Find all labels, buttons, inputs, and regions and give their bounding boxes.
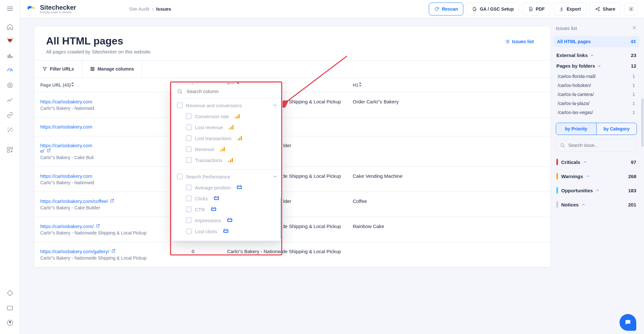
page-url-link[interactable]: e/	[40, 148, 44, 154]
ga-gsc-setup-button[interactable]: GA / GSC Setup	[466, 3, 519, 15]
chat-bubble[interactable]	[620, 314, 636, 331]
column-group-head[interactable]: Search Performance	[177, 174, 277, 179]
tab-category[interactable]: by Category	[596, 123, 637, 135]
export-button[interactable]: Export	[553, 3, 586, 15]
wallet-icon[interactable]	[3, 301, 17, 315]
checkbox[interactable]	[186, 113, 192, 119]
filter-urls-button[interactable]: Filter URLs	[34, 61, 82, 77]
column-option[interactable]: Lost clicks	[186, 226, 277, 237]
checkbox[interactable]	[186, 135, 192, 141]
checkbox[interactable]	[186, 124, 192, 130]
page-url-link[interactable]: https://carlosbakery.com	[40, 99, 92, 104]
issues-list-button[interactable]: Issues list	[500, 35, 539, 48]
column-option[interactable]: Average position	[186, 182, 277, 193]
share-button[interactable]: Share	[590, 3, 621, 15]
folder-item[interactable]: /carlos-la-plaza/1	[556, 99, 636, 108]
gsc-icon	[227, 218, 233, 223]
column-option[interactable]: Impressions	[186, 215, 277, 226]
table-row[interactable]: https://carlosbakery.come/Carlo''s Baker…	[34, 136, 550, 167]
folder-item[interactable]: /carlos-las-vegas/1	[556, 108, 636, 117]
external-links-section[interactable]: External links 23	[556, 52, 636, 58]
folder-label: /carlos-la-plaza/	[558, 101, 590, 106]
h1-cell	[347, 118, 550, 136]
col-h1-header[interactable]: H1	[347, 78, 550, 92]
folder-item[interactable]: /carlos-la-cantera/1	[556, 90, 636, 99]
link-icon[interactable]	[3, 108, 17, 122]
checkbox[interactable]	[186, 146, 192, 152]
col-url-header[interactable]: Page URL (43)	[34, 78, 186, 92]
rescan-button[interactable]: Rescan	[429, 3, 464, 15]
checkbox[interactable]	[177, 102, 183, 108]
speed-icon[interactable]	[3, 64, 17, 77]
pdf-button[interactable]: PDF	[523, 3, 550, 15]
external-icon[interactable]	[111, 249, 116, 253]
column-search[interactable]	[172, 84, 283, 99]
checkbox[interactable]	[186, 185, 192, 190]
severity-count: 201	[628, 202, 636, 207]
search-issue-box[interactable]	[556, 139, 637, 152]
checkbox[interactable]	[186, 206, 192, 212]
settings-button[interactable]	[624, 3, 638, 15]
table-row[interactable]: https://carlosbakery.comCarlo''s Bakery …	[34, 167, 550, 192]
home-icon[interactable]	[3, 20, 17, 33]
table-row[interactable]: https://carlosbakery.com	[34, 118, 550, 136]
page-url-link[interactable]: https://carlosbakery.com/gallery/	[40, 249, 109, 254]
external-icon[interactable]	[46, 148, 51, 153]
panel-scrollbar[interactable]	[641, 99, 643, 147]
close-icon[interactable]	[632, 25, 637, 31]
page-url-link[interactable]: https://carlosbakery.com	[40, 173, 92, 179]
severity-row[interactable]: Notices201	[553, 197, 639, 212]
folder-label: /carlos-hoboken/	[558, 83, 591, 88]
apps-icon[interactable]	[3, 143, 17, 157]
help-icon[interactable]	[3, 316, 17, 329]
checkbox[interactable]	[186, 217, 192, 223]
checkbox[interactable]	[177, 174, 183, 179]
column-option[interactable]: Clicks	[186, 193, 277, 204]
all-html-pages-pill[interactable]: All HTML pages 43	[553, 36, 639, 47]
column-group-head[interactable]: Revenue and conversions	[177, 102, 277, 108]
table-row[interactable]: https://carlosbakery.com/Carlo''s Bakery…	[34, 217, 550, 242]
severity-row[interactable]: Warnings268	[553, 169, 639, 183]
external-icon[interactable]	[110, 198, 114, 203]
target-icon[interactable]	[3, 79, 17, 92]
severity-row[interactable]: Criticals97	[553, 155, 639, 169]
diamond-icon[interactable]	[3, 286, 17, 300]
table-row[interactable]: https://carlosbakery.com/gallery/Carlo''…	[34, 242, 550, 267]
severity-label: Opportunities	[561, 188, 593, 193]
checkbox[interactable]	[186, 196, 192, 201]
column-option[interactable]: Lost revenue	[186, 122, 277, 133]
table-row[interactable]: https://carlosbakery.com/coffee/Carlo''s…	[34, 192, 550, 217]
tab-priority[interactable]: by Priority	[556, 123, 596, 135]
manage-columns-button[interactable]: Manage columns	[82, 60, 142, 77]
page-url-link[interactable]: https://carlosbakery.com	[40, 143, 92, 148]
wand-icon[interactable]	[3, 123, 17, 137]
checkbox[interactable]	[186, 157, 192, 163]
table-row[interactable]: https://carlosbakery.comCarlo''s Bakery …	[34, 92, 550, 118]
gsc-icon	[214, 196, 219, 201]
fox-icon[interactable]	[5, 35, 15, 45]
brand[interactable]: Sitechecker Proudly made in Ukraine	[26, 4, 76, 14]
external-icon[interactable]	[96, 224, 100, 228]
column-search-input[interactable]	[186, 88, 277, 94]
trend-icon[interactable]	[3, 93, 17, 107]
chevron-right-icon: ›	[152, 6, 154, 12]
folder-item[interactable]: /carlos-florida-mall/1	[556, 72, 636, 81]
menu-icon[interactable]	[3, 2, 17, 15]
column-option[interactable]: Transactions	[186, 155, 277, 166]
search-issue-input[interactable]	[568, 142, 633, 148]
column-option[interactable]: CTR	[186, 204, 277, 215]
breadcrumb-root[interactable]: Site Audit	[129, 6, 149, 12]
column-option[interactable]: Revenue	[186, 144, 277, 155]
folder-item[interactable]: /carlos-hoboken/1	[556, 81, 636, 90]
severity-color-bar	[556, 159, 558, 165]
column-option[interactable]: Lost transactions	[186, 133, 277, 144]
pages-by-folders-section[interactable]: Pages by folders 12	[556, 63, 636, 69]
page-url-link[interactable]: https://carlosbakery.com	[40, 124, 92, 129]
page-url-link[interactable]: https://carlosbakery.com/coffee/	[40, 198, 108, 204]
column-option[interactable]: Conversion rate	[186, 111, 277, 122]
checkbox[interactable]	[186, 228, 192, 234]
columns-chart-icon[interactable]	[3, 49, 17, 62]
page-url-link[interactable]: https://carlosbakery.com/	[40, 224, 94, 229]
severity-row[interactable]: Opportunities183	[553, 183, 639, 197]
popover-scrollbar[interactable]	[280, 197, 282, 239]
